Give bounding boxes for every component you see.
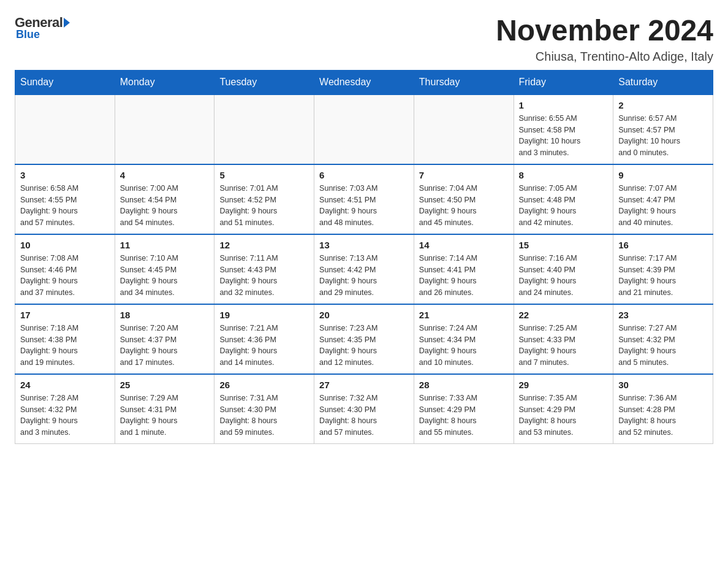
day-number: 14 bbox=[419, 240, 509, 250]
calendar-table: SundayMondayTuesdayWednesdayThursdayFrid… bbox=[15, 70, 713, 444]
day-number: 2 bbox=[618, 100, 708, 110]
day-number: 30 bbox=[618, 380, 708, 390]
day-info: Sunrise: 7:10 AM Sunset: 4:45 PM Dayligh… bbox=[120, 253, 210, 299]
day-info: Sunrise: 7:03 AM Sunset: 4:51 PM Dayligh… bbox=[319, 183, 409, 229]
calendar-col-header-friday: Friday bbox=[514, 70, 613, 94]
logo-blue-text: Blue bbox=[16, 28, 40, 41]
day-info: Sunrise: 7:20 AM Sunset: 4:37 PM Dayligh… bbox=[120, 323, 210, 369]
day-number: 12 bbox=[219, 240, 309, 250]
day-number: 11 bbox=[120, 240, 210, 250]
calendar-cell: 14Sunrise: 7:14 AM Sunset: 4:41 PM Dayli… bbox=[414, 234, 514, 304]
calendar-week-row: 24Sunrise: 7:28 AM Sunset: 4:32 PM Dayli… bbox=[15, 374, 713, 444]
day-number: 21 bbox=[419, 310, 509, 320]
day-number: 13 bbox=[319, 240, 409, 250]
day-number: 17 bbox=[20, 310, 110, 320]
page-header: General Blue November 2024 Chiusa, Trent… bbox=[15, 15, 713, 64]
calendar-cell: 23Sunrise: 7:27 AM Sunset: 4:32 PM Dayli… bbox=[613, 304, 713, 374]
calendar-cell: 4Sunrise: 7:00 AM Sunset: 4:54 PM Daylig… bbox=[115, 164, 214, 234]
calendar-week-row: 10Sunrise: 7:08 AM Sunset: 4:46 PM Dayli… bbox=[15, 234, 713, 304]
location-title: Chiusa, Trentino-Alto Adige, Italy bbox=[496, 50, 713, 64]
day-number: 5 bbox=[219, 170, 309, 180]
day-number: 15 bbox=[519, 240, 609, 250]
calendar-cell: 21Sunrise: 7:24 AM Sunset: 4:34 PM Dayli… bbox=[414, 304, 514, 374]
calendar-cell: 10Sunrise: 7:08 AM Sunset: 4:46 PM Dayli… bbox=[15, 234, 115, 304]
day-number: 23 bbox=[618, 310, 708, 320]
day-number: 20 bbox=[319, 310, 409, 320]
day-info: Sunrise: 7:32 AM Sunset: 4:30 PM Dayligh… bbox=[319, 393, 409, 439]
calendar-cell: 25Sunrise: 7:29 AM Sunset: 4:31 PM Dayli… bbox=[115, 374, 214, 444]
day-info: Sunrise: 7:11 AM Sunset: 4:43 PM Dayligh… bbox=[219, 253, 309, 299]
day-info: Sunrise: 7:18 AM Sunset: 4:38 PM Dayligh… bbox=[20, 323, 110, 369]
day-number: 7 bbox=[419, 170, 509, 180]
day-number: 28 bbox=[419, 380, 509, 390]
calendar-cell: 13Sunrise: 7:13 AM Sunset: 4:42 PM Dayli… bbox=[314, 234, 414, 304]
day-info: Sunrise: 7:31 AM Sunset: 4:30 PM Dayligh… bbox=[219, 393, 309, 439]
calendar-col-header-tuesday: Tuesday bbox=[214, 70, 314, 94]
day-info: Sunrise: 7:33 AM Sunset: 4:29 PM Dayligh… bbox=[419, 393, 509, 439]
month-title: November 2024 bbox=[496, 15, 713, 47]
calendar-cell: 29Sunrise: 7:35 AM Sunset: 4:29 PM Dayli… bbox=[514, 374, 613, 444]
day-number: 26 bbox=[219, 380, 309, 390]
calendar-col-header-sunday: Sunday bbox=[15, 70, 115, 94]
day-info: Sunrise: 7:28 AM Sunset: 4:32 PM Dayligh… bbox=[20, 393, 110, 439]
calendar-col-header-thursday: Thursday bbox=[414, 70, 514, 94]
calendar-cell bbox=[15, 94, 115, 164]
calendar-cell: 6Sunrise: 7:03 AM Sunset: 4:51 PM Daylig… bbox=[314, 164, 414, 234]
calendar-cell: 30Sunrise: 7:36 AM Sunset: 4:28 PM Dayli… bbox=[613, 374, 713, 444]
day-info: Sunrise: 7:01 AM Sunset: 4:52 PM Dayligh… bbox=[219, 183, 309, 229]
calendar-week-row: 1Sunrise: 6:55 AM Sunset: 4:58 PM Daylig… bbox=[15, 94, 713, 164]
calendar-cell: 20Sunrise: 7:23 AM Sunset: 4:35 PM Dayli… bbox=[314, 304, 414, 374]
calendar-header-row: SundayMondayTuesdayWednesdayThursdayFrid… bbox=[15, 70, 713, 94]
day-info: Sunrise: 7:27 AM Sunset: 4:32 PM Dayligh… bbox=[618, 323, 708, 369]
calendar-cell: 8Sunrise: 7:05 AM Sunset: 4:48 PM Daylig… bbox=[514, 164, 613, 234]
day-info: Sunrise: 7:24 AM Sunset: 4:34 PM Dayligh… bbox=[419, 323, 509, 369]
calendar-cell: 2Sunrise: 6:57 AM Sunset: 4:57 PM Daylig… bbox=[613, 94, 713, 164]
calendar-week-row: 3Sunrise: 6:58 AM Sunset: 4:55 PM Daylig… bbox=[15, 164, 713, 234]
day-number: 19 bbox=[219, 310, 309, 320]
day-number: 1 bbox=[519, 100, 609, 110]
calendar-cell: 18Sunrise: 7:20 AM Sunset: 4:37 PM Dayli… bbox=[115, 304, 214, 374]
calendar-week-row: 17Sunrise: 7:18 AM Sunset: 4:38 PM Dayli… bbox=[15, 304, 713, 374]
day-info: Sunrise: 6:57 AM Sunset: 4:57 PM Dayligh… bbox=[618, 113, 708, 159]
calendar-cell: 3Sunrise: 6:58 AM Sunset: 4:55 PM Daylig… bbox=[15, 164, 115, 234]
calendar-cell: 26Sunrise: 7:31 AM Sunset: 4:30 PM Dayli… bbox=[214, 374, 314, 444]
calendar-cell: 1Sunrise: 6:55 AM Sunset: 4:58 PM Daylig… bbox=[514, 94, 613, 164]
logo-arrow-icon bbox=[64, 18, 70, 28]
calendar-cell: 7Sunrise: 7:04 AM Sunset: 4:50 PM Daylig… bbox=[414, 164, 514, 234]
day-number: 10 bbox=[20, 240, 110, 250]
day-number: 16 bbox=[618, 240, 708, 250]
calendar-cell bbox=[414, 94, 514, 164]
day-info: Sunrise: 7:07 AM Sunset: 4:47 PM Dayligh… bbox=[618, 183, 708, 229]
calendar-cell bbox=[115, 94, 214, 164]
day-number: 25 bbox=[120, 380, 210, 390]
calendar-cell: 5Sunrise: 7:01 AM Sunset: 4:52 PM Daylig… bbox=[214, 164, 314, 234]
day-info: Sunrise: 7:05 AM Sunset: 4:48 PM Dayligh… bbox=[519, 183, 609, 229]
day-number: 27 bbox=[319, 380, 409, 390]
calendar-cell: 12Sunrise: 7:11 AM Sunset: 4:43 PM Dayli… bbox=[214, 234, 314, 304]
day-info: Sunrise: 7:00 AM Sunset: 4:54 PM Dayligh… bbox=[120, 183, 210, 229]
calendar-cell: 11Sunrise: 7:10 AM Sunset: 4:45 PM Dayli… bbox=[115, 234, 214, 304]
day-info: Sunrise: 7:29 AM Sunset: 4:31 PM Dayligh… bbox=[120, 393, 210, 439]
calendar-cell: 27Sunrise: 7:32 AM Sunset: 4:30 PM Dayli… bbox=[314, 374, 414, 444]
calendar-cell: 24Sunrise: 7:28 AM Sunset: 4:32 PM Dayli… bbox=[15, 374, 115, 444]
calendar-cell: 15Sunrise: 7:16 AM Sunset: 4:40 PM Dayli… bbox=[514, 234, 613, 304]
logo[interactable]: General Blue bbox=[15, 15, 71, 41]
calendar-cell: 22Sunrise: 7:25 AM Sunset: 4:33 PM Dayli… bbox=[514, 304, 613, 374]
day-info: Sunrise: 7:35 AM Sunset: 4:29 PM Dayligh… bbox=[519, 393, 609, 439]
day-number: 9 bbox=[618, 170, 708, 180]
day-info: Sunrise: 7:13 AM Sunset: 4:42 PM Dayligh… bbox=[319, 253, 409, 299]
day-info: Sunrise: 7:36 AM Sunset: 4:28 PM Dayligh… bbox=[618, 393, 708, 439]
day-info: Sunrise: 7:21 AM Sunset: 4:36 PM Dayligh… bbox=[219, 323, 309, 369]
calendar-col-header-monday: Monday bbox=[115, 70, 214, 94]
calendar-col-header-saturday: Saturday bbox=[613, 70, 713, 94]
calendar-col-header-wednesday: Wednesday bbox=[314, 70, 414, 94]
day-number: 29 bbox=[519, 380, 609, 390]
day-number: 24 bbox=[20, 380, 110, 390]
calendar-cell: 17Sunrise: 7:18 AM Sunset: 4:38 PM Dayli… bbox=[15, 304, 115, 374]
day-info: Sunrise: 6:55 AM Sunset: 4:58 PM Dayligh… bbox=[519, 113, 609, 159]
calendar-cell: 9Sunrise: 7:07 AM Sunset: 4:47 PM Daylig… bbox=[613, 164, 713, 234]
day-info: Sunrise: 6:58 AM Sunset: 4:55 PM Dayligh… bbox=[20, 183, 110, 229]
day-number: 18 bbox=[120, 310, 210, 320]
day-info: Sunrise: 7:23 AM Sunset: 4:35 PM Dayligh… bbox=[319, 323, 409, 369]
title-block: November 2024 Chiusa, Trentino-Alto Adig… bbox=[496, 15, 713, 64]
